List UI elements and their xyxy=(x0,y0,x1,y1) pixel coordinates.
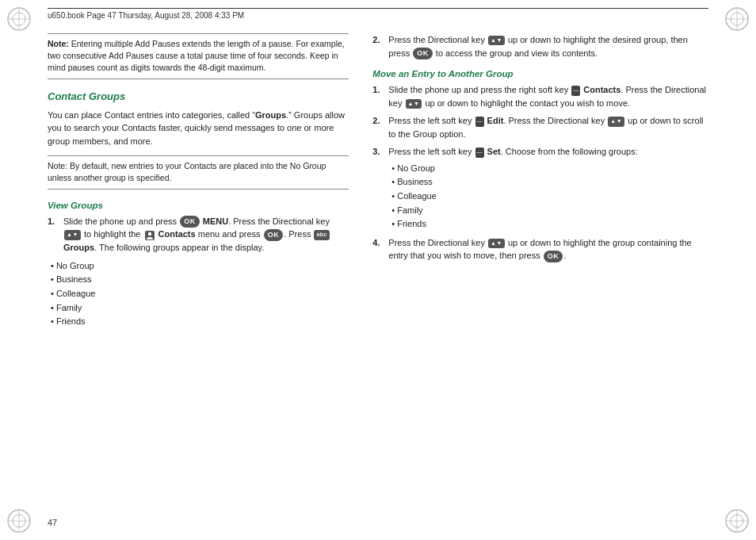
note1-label: Note: xyxy=(48,39,69,48)
ok-icon-m4: OK xyxy=(544,251,563,263)
page: u650.book Page 47 Thursday, August 28, 2… xyxy=(0,0,756,540)
ok-icon-r1: OK xyxy=(413,48,433,60)
step-1: 1. Slide the phone up and press OK MENU.… xyxy=(48,215,349,255)
content-area: Note: Entering multiple Add Pauses exten… xyxy=(48,33,708,508)
contact-groups-body: You can place Contact entries into categ… xyxy=(48,109,349,148)
left-column: Note: Entering multiple Add Pauses exten… xyxy=(48,33,365,508)
dir-icon-m4: ▲▼ xyxy=(488,239,505,249)
contacts-icon xyxy=(144,230,155,241)
def-icon: abc xyxy=(314,230,330,240)
bullet-business: Business xyxy=(51,273,349,287)
note1-text: Entering multiple Add Pauses extends the… xyxy=(48,39,345,72)
move-bullet-colleague: Colleague xyxy=(391,190,708,204)
step-2-view: 2. Press the Directional key ▲▼ up or do… xyxy=(372,33,708,59)
soft-left-icon-edit: — xyxy=(475,117,484,127)
view-groups-step2: 2. Press the Directional key ▲▼ up or do… xyxy=(372,33,708,59)
note2-label: Note: xyxy=(48,161,67,170)
soft-left-icon-set: — xyxy=(475,147,484,158)
bullet-family: Family xyxy=(51,301,349,316)
view-groups-heading: View Groups xyxy=(48,201,349,210)
move-step-4: 4. Press the Directional key ▲▼ up or do… xyxy=(372,236,708,262)
dir-icon-m1: ▲▼ xyxy=(406,99,422,109)
page-number: 47 xyxy=(48,518,57,527)
note-box-1: Note: Entering multiple Add Pauses exten… xyxy=(48,33,349,79)
soft-right-icon: — xyxy=(571,86,580,96)
move-bullet-friends: Friends xyxy=(391,217,708,232)
corner-decoration-bl xyxy=(5,507,33,535)
move-step-1: 1. Slide the phone up and press the righ… xyxy=(372,83,708,109)
corner-decoration-tl xyxy=(5,5,33,33)
ok-icon-2: OK xyxy=(264,229,284,242)
dir-icon-m2: ▲▼ xyxy=(608,117,624,127)
move-steps: 1. Slide the phone up and press the righ… xyxy=(372,83,708,262)
note-box-2: Note: By default, new entries to your Co… xyxy=(48,155,349,189)
contact-groups-heading: Contact Groups xyxy=(48,90,349,102)
view-groups-bullets: No Group Business Colleague Family Frien… xyxy=(48,259,349,329)
svg-point-17 xyxy=(147,232,151,235)
bullet-colleague: Colleague xyxy=(51,287,349,301)
move-entry-heading: Move an Entry to Another Group xyxy=(372,69,708,79)
header-text: u650.book Page 47 Thursday, August 28, 2… xyxy=(48,11,244,20)
bullet-friends: Friends xyxy=(51,315,349,329)
dir-icon-r1: ▲▼ xyxy=(488,36,505,46)
ok-icon: OK xyxy=(180,216,200,228)
move-step-3: 3. Press the left soft key — Set. Choose… xyxy=(372,145,708,231)
move-step-2: 2. Press the left soft key — Edit. Press… xyxy=(372,114,708,140)
corner-decoration-tr xyxy=(723,5,751,33)
move-bullet-family: Family xyxy=(391,204,708,218)
view-groups-steps: 1. Slide the phone up and press OK MENU.… xyxy=(48,215,349,255)
dir-icon-1: ▲▼ xyxy=(64,230,81,240)
corner-decoration-br xyxy=(723,507,751,535)
header-bar: u650.book Page 47 Thursday, August 28, 2… xyxy=(48,8,708,20)
note2-text: By default, new entries to your Contacts… xyxy=(48,161,326,182)
move-bullet-no-group: No Group xyxy=(391,162,708,176)
move-bullets: No Group Business Colleague Family Frien… xyxy=(388,162,708,232)
right-column: 2. Press the Directional key ▲▼ up or do… xyxy=(365,33,708,508)
bullet-no-group: No Group xyxy=(51,259,349,274)
move-bullet-business: Business xyxy=(391,175,708,190)
